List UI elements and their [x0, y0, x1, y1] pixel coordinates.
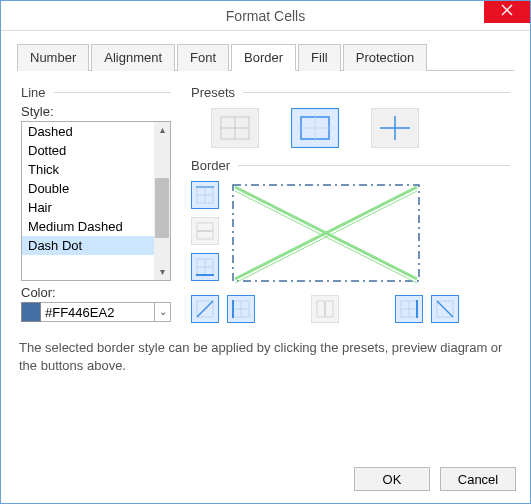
preset-none-button[interactable]	[211, 108, 259, 148]
hint-text: The selected border style can be applied…	[17, 339, 514, 374]
border-left-button[interactable]	[227, 295, 255, 323]
divider	[243, 92, 510, 93]
dialog-buttons: OK Cancel	[354, 467, 516, 491]
diagonal-up-icon	[196, 300, 214, 318]
right-column: Presets Border	[171, 85, 510, 323]
presets-row	[191, 102, 510, 158]
tab-alignment[interactable]: Alignment	[91, 44, 175, 71]
ok-button[interactable]: OK	[354, 467, 430, 491]
border-hmid-icon	[196, 222, 214, 240]
presets-group-label: Presets	[191, 85, 510, 100]
preset-inside-button[interactable]	[371, 108, 419, 148]
scroll-down-icon[interactable]: ▾	[154, 264, 170, 280]
line-group-text: Line	[21, 85, 46, 100]
tab-font[interactable]: Font	[177, 44, 229, 71]
border-right-icon	[400, 300, 418, 318]
preset-outline-icon	[300, 116, 330, 140]
preset-outline-button[interactable]	[291, 108, 339, 148]
style-listbox[interactable]: Dashed Dotted Thick Double Hair Medium D…	[21, 121, 171, 281]
border-diag-up-button[interactable]	[191, 295, 219, 323]
border-preview[interactable]	[231, 183, 421, 283]
list-item[interactable]: Thick	[22, 160, 154, 179]
preset-none-icon	[220, 116, 250, 140]
scroll-up-icon[interactable]: ▴	[154, 122, 170, 138]
diagonal-down-icon	[436, 300, 454, 318]
style-label: Style:	[21, 104, 171, 119]
format-cells-dialog: Format Cells Number Alignment Font Borde…	[0, 0, 531, 504]
color-swatch	[21, 302, 41, 322]
list-item[interactable]: Dash Dot	[22, 236, 154, 255]
divider	[54, 92, 171, 93]
close-button[interactable]	[484, 1, 530, 23]
line-group-label: Line	[21, 85, 171, 100]
color-input[interactable]: #FF446EA2 ⌄	[41, 302, 171, 322]
tab-border[interactable]: Border	[231, 44, 296, 71]
border-area	[191, 181, 510, 283]
window-title: Format Cells	[1, 1, 530, 31]
border-right-button[interactable]	[395, 295, 423, 323]
border-top-button[interactable]	[191, 181, 219, 209]
border-vmid-icon	[316, 300, 334, 318]
border-diag-down-button[interactable]	[431, 295, 459, 323]
bottom-buttons	[191, 295, 510, 323]
chevron-down-icon[interactable]: ⌄	[154, 303, 170, 321]
border-bottom-button[interactable]	[191, 253, 219, 281]
border-vmid-button[interactable]	[311, 295, 339, 323]
scrollbar[interactable]: ▴ ▾	[154, 122, 170, 280]
style-list-inner: Dashed Dotted Thick Double Hair Medium D…	[22, 122, 154, 280]
border-group-label: Border	[191, 158, 510, 173]
color-value: #FF446EA2	[45, 305, 114, 320]
list-item[interactable]: Dashed	[22, 122, 154, 141]
line-column: Line Style: Dashed Dotted Thick Double H…	[21, 85, 171, 323]
list-item[interactable]: Medium Dashed	[22, 217, 154, 236]
list-item[interactable]: Double	[22, 179, 154, 198]
presets-group-text: Presets	[191, 85, 235, 100]
border-left-icon	[232, 300, 250, 318]
divider	[238, 165, 510, 166]
titlebar: Format Cells	[1, 1, 530, 31]
tab-strip: Number Alignment Font Border Fill Protec…	[17, 43, 514, 71]
list-item[interactable]: Dotted	[22, 141, 154, 160]
border-group-text: Border	[191, 158, 230, 173]
svg-line-36	[437, 301, 453, 317]
border-bottom-icon	[196, 258, 214, 276]
close-icon	[501, 4, 513, 16]
preset-inside-icon	[380, 116, 410, 140]
color-picker[interactable]: #FF446EA2 ⌄	[21, 302, 171, 322]
tab-number[interactable]: Number	[17, 44, 89, 71]
border-top-icon	[196, 186, 214, 204]
color-label: Color:	[21, 285, 171, 300]
list-item[interactable]: Hair	[22, 198, 154, 217]
scroll-thumb[interactable]	[155, 178, 169, 238]
border-preview-svg	[231, 183, 421, 283]
border-hmid-button[interactable]	[191, 217, 219, 245]
tab-protection[interactable]: Protection	[343, 44, 428, 71]
cancel-button[interactable]: Cancel	[440, 467, 516, 491]
side-buttons	[191, 181, 219, 283]
svg-line-24	[197, 301, 213, 317]
scroll-track[interactable]	[154, 138, 170, 264]
dialog-content: Number Alignment Font Border Fill Protec…	[1, 31, 530, 374]
border-panel: Line Style: Dashed Dotted Thick Double H…	[17, 71, 514, 323]
tab-fill[interactable]: Fill	[298, 44, 341, 71]
